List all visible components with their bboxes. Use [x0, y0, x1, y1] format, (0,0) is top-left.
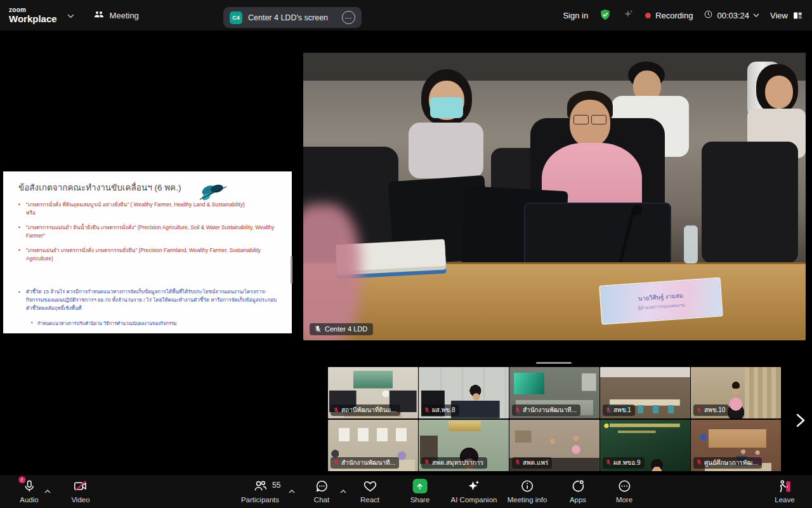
scene-face-mask: [430, 97, 463, 118]
slide-red-bullets: "เกษตรกรมั่งคั่ง ที่ดินอุดมสมบูรณ์ อย่าง…: [18, 201, 277, 269]
mic-muted-icon: [333, 459, 339, 465]
slide-bullet: "เกษตรกรรมแม่นยำ ดินน้ำยั่งยืน เกษตรกรมั…: [18, 224, 277, 241]
participant-name-tag: ผส.พขอ.9: [603, 457, 645, 469]
participants-label: Participants: [241, 496, 279, 504]
audio-options-caret[interactable]: [44, 485, 51, 496]
more-button[interactable]: More: [616, 478, 632, 504]
scene-ceiling: [303, 53, 806, 81]
participant-tile[interactable]: สำนักงานพัฒนาที...: [328, 420, 418, 471]
leave-button[interactable]: Leave: [775, 478, 794, 504]
screen-badge: C4: [230, 11, 242, 24]
screen-options-ellipsis-icon[interactable]: ⋯: [342, 11, 355, 24]
tab-meeting[interactable]: Meeting: [93, 9, 139, 22]
meeting-info-label: Meeting info: [508, 496, 547, 504]
participant-name: สพด.แพร่: [523, 458, 548, 467]
chat-icon: [314, 479, 329, 493]
participant-filmstrip: สถานีพัฒนาที่ดินแ... ผส.พข.8 สำนักงานพัฒ…: [328, 367, 781, 471]
share-button[interactable]: Share: [410, 478, 430, 504]
participant-tile[interactable]: ผส.พข.8: [419, 367, 509, 418]
audio-alert-badge: !: [18, 476, 25, 483]
apps-label: Apps: [570, 496, 586, 504]
participants-options-caret[interactable]: [289, 485, 295, 496]
participants-icon: [253, 479, 268, 493]
leave-door-icon: [777, 479, 793, 494]
nameplate-title: ผู้อำนวยการกองแผนงาน: [638, 301, 685, 311]
share-label: Share: [410, 496, 430, 504]
shared-screen-pill[interactable]: C4 Center 4 LDD's screen ⋯: [223, 7, 362, 28]
filmstrip-next-button[interactable]: [792, 410, 809, 431]
sparkle-icon: [466, 479, 481, 494]
chat-options-caret[interactable]: [340, 485, 346, 496]
participant-name: สถานีพัฒนาที่ดินแ...: [341, 405, 396, 415]
timer-value: 00:03:24: [717, 11, 749, 20]
butterfly-image: [195, 182, 230, 203]
participant-name-tag: ผส.พข.8: [421, 404, 459, 416]
leave-label: Leave: [775, 496, 794, 504]
mic-muted-icon: [514, 459, 521, 465]
participant-tile[interactable]: ผส.พขอ.9: [600, 420, 690, 471]
mic-muted-icon: [514, 407, 521, 413]
participant-name-tag: สพข.1: [603, 404, 635, 416]
scene-desk: [303, 262, 806, 340]
ellipsis-icon: [617, 479, 631, 493]
participant-name-tag: ศูนย์ศึกษาการพัฒ...: [693, 457, 762, 469]
scene-glasses: [591, 115, 606, 124]
audio-button[interactable]: ! Audio: [20, 478, 38, 504]
topbar-right: Sign in Recording 00:03:24 View: [563, 0, 803, 30]
participant-name-tag: สำนักงานพัฒนาที...: [331, 457, 399, 469]
video-button[interactable]: Video: [71, 478, 89, 504]
slide-blue-bullet: ตัวชี้วัด 15 ล้านไร่ ควรมีการกำหนดแนวทาง…: [18, 288, 280, 312]
participant-tile[interactable]: สพด.สมุทรปราการ: [419, 420, 509, 471]
react-label: React: [360, 496, 379, 504]
scene-water-bottle: [684, 225, 698, 264]
shared-slide: ข้อสังเกตจากคณะทำงานขับเคลื่อนฯ (6 พค.) …: [3, 171, 292, 333]
slide-sub-bullet: กำหนดแนวทางการปรับคำนิยาม วิธีการคำนวณนั…: [31, 320, 272, 327]
participant-name: สพข.10: [704, 405, 725, 415]
meeting-stage: ข้อสังเกตจากคณะทำงานขับเคลื่อนฯ (6 พค.) …: [0, 30, 812, 475]
participant-name-tag: สถานีพัฒนาที่ดินแ...: [331, 404, 400, 416]
meeting-timer[interactable]: 00:03:24: [704, 10, 759, 21]
participant-tile[interactable]: สพด.แพร่: [509, 420, 599, 471]
ai-companion-label: AI Companion: [451, 496, 497, 504]
video-label: Video: [71, 496, 89, 504]
filmstrip-resize-handle[interactable]: [536, 362, 572, 364]
meeting-info-button[interactable]: Meeting info: [508, 478, 547, 504]
more-label: More: [616, 496, 632, 504]
ai-companion-status-icon[interactable]: [622, 8, 634, 22]
mic-off-icon: [314, 325, 322, 333]
participant-tile[interactable]: สำนักงานพัฒนาที...: [509, 367, 599, 418]
zoom-workplace-logo: zoom Workplace: [9, 7, 57, 23]
mic-muted-icon: [424, 407, 430, 413]
ai-companion-button[interactable]: AI Companion: [451, 478, 497, 504]
scene-person-body: [409, 123, 483, 178]
participant-tile[interactable]: สพข.10: [691, 367, 781, 418]
chevron-down-icon[interactable]: [67, 10, 74, 21]
chevron-right-icon: [796, 413, 805, 427]
slide-bullet: "เกษตรกรมั่งคั่ง ที่ดินอุดมสมบูรณ์ อย่าง…: [18, 201, 277, 218]
view-button[interactable]: View: [770, 10, 803, 21]
participant-name-tag: สำนักงานพัฒนาที...: [512, 404, 580, 416]
clock-icon: [704, 10, 713, 21]
react-button[interactable]: React: [360, 478, 379, 504]
participant-tile[interactable]: ศูนย์ศึกษาการพัฒ...: [691, 420, 781, 471]
participant-tile[interactable]: สถานีพัฒนาที่ดินแ...: [328, 367, 418, 418]
scroll-indicator[interactable]: [291, 256, 292, 284]
encryption-shield-icon[interactable]: [599, 8, 612, 23]
topbar-left: zoom Workplace Meeting: [9, 0, 139, 30]
participant-name: ศูนย์ศึกษาการพัฒ...: [704, 458, 758, 467]
slide-bullet: กำหนดแนวทางการปรับคำนิยาม วิธีการคำนวณนั…: [31, 320, 272, 327]
recording-indicator[interactable]: Recording: [645, 11, 693, 20]
people-icon: [93, 9, 105, 22]
scene-desk-mic-head: [632, 205, 642, 215]
sign-in-button[interactable]: Sign in: [563, 11, 588, 20]
participant-tile[interactable]: สพข.1: [600, 367, 690, 418]
mic-muted-icon: [333, 407, 339, 413]
main-speaker-video[interactable]: นายวิศิษฐ์ งามสม ผู้อำนวยการกองแผนงาน Ce…: [303, 53, 806, 340]
chat-button[interactable]: Chat: [314, 478, 329, 504]
mic-muted-icon: [696, 459, 702, 465]
audio-label: Audio: [20, 496, 38, 504]
scene-office-chair: [702, 142, 798, 264]
mic-muted-icon: [605, 407, 612, 413]
apps-button[interactable]: Apps: [570, 478, 586, 504]
mic-muted-icon: [605, 459, 612, 465]
